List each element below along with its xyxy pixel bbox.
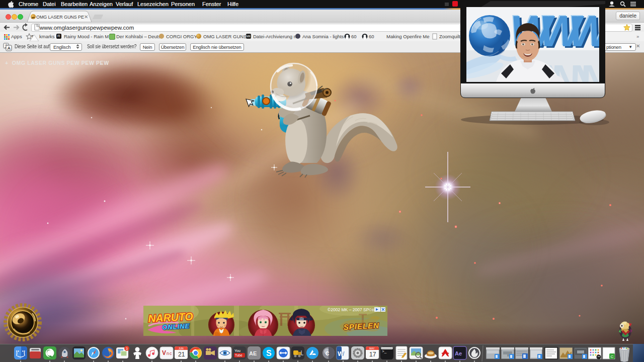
svg-text:W: W (338, 350, 344, 357)
svg-text:3: 3 (126, 347, 128, 350)
svg-text:c: c (170, 351, 172, 356)
svg-text:S: S (266, 349, 272, 357)
svg-text:Ae: Ae (455, 350, 462, 356)
svg-text:You: You (234, 349, 240, 352)
svg-text:MAY: MAY (369, 347, 375, 350)
svg-text:V: V (162, 349, 166, 356)
svg-text:A: A (8, 46, 11, 51)
svg-text:©B: ©B (369, 308, 374, 312)
svg-text:ONLINE: ONLINE (162, 322, 190, 331)
svg-text:>_: >_ (382, 349, 387, 353)
svg-text:Tube: Tube (235, 353, 243, 357)
svg-text:AE: AE (249, 350, 257, 356)
svg-text:n: n (167, 351, 169, 356)
svg-text:C: C (326, 351, 329, 356)
svg-text:©2002 MK – 2007 SP: ©2002 MK – 2007 SP (328, 307, 369, 312)
svg-text:JUN: JUN (179, 347, 184, 350)
svg-text:21: 21 (178, 351, 185, 358)
svg-text:C: C (611, 354, 614, 359)
svg-text:17: 17 (369, 351, 376, 358)
